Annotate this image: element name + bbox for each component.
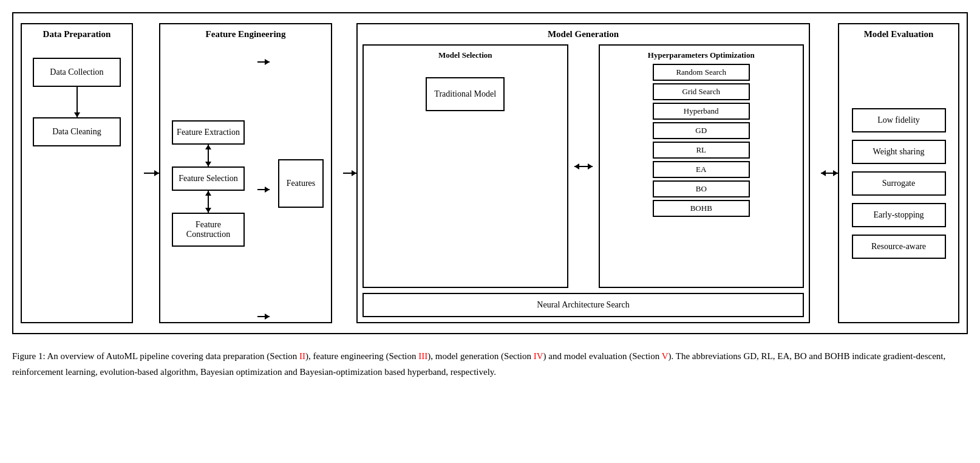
features-box: Features [278, 159, 324, 208]
caption-prefix: Figure 1: An overview of AutoML pipeline… [12, 351, 299, 361]
fe-left-col: Feature Extraction Feature Selection [168, 120, 249, 247]
caption: Figure 1: An overview of AutoML pipeline… [12, 349, 953, 380]
hyper-box-grid-search: Grid Search [653, 83, 750, 100]
arrow-dp-fe [144, 23, 159, 323]
diagram-container: Data Preparation Data Collection Data Cl… [12, 12, 968, 334]
model-evaluation-title: Model Evaluation [844, 29, 953, 39]
feature-extraction-label: Feature Extraction [177, 128, 240, 137]
data-cleaning-box: Data Cleaning [33, 117, 121, 146]
feature-selection-label: Feature Selection [179, 174, 238, 183]
model-evaluation-section: Model Evaluation Low fidelity Weight sha… [838, 23, 959, 323]
feature-engineering-title: Feature Engineering [168, 29, 324, 39]
eval-box-low-fidelity: Low fidelity [852, 108, 946, 132]
eval-box-surrogate: Surrogate [852, 171, 946, 196]
hyper-list: Random Search Grid Search Hyperband GD R [605, 64, 798, 217]
caption-ref3[interactable]: IV [534, 351, 543, 361]
caption-ref1[interactable]: II [299, 351, 305, 361]
arrow-sel-con [208, 191, 209, 213]
eval-list: Low fidelity Weight sharing Surrogate Ea… [844, 49, 953, 317]
eval-box-weight-sharing: Weight sharing [852, 140, 946, 164]
hyper-box-rl: RL [653, 142, 750, 159]
fe-content: Feature Extraction Feature Selection [168, 49, 324, 317]
mg-top-row: Model Selection Traditional Model Hyperp… [362, 44, 804, 288]
hyper-box-ea: EA [653, 161, 750, 178]
model-selection-section: Model Selection Traditional Model [362, 44, 568, 288]
arrow-dc-to-clean [77, 87, 78, 117]
features-label: Features [287, 179, 315, 188]
caption-ref4[interactable]: V [662, 351, 669, 361]
arrow-head-down1 [74, 112, 80, 117]
hyper-opt-section: Hyperparameters Optimization Random Sear… [599, 44, 805, 288]
hyper-box-random-search: Random Search [653, 64, 750, 81]
data-cleaning-label: Data Cleaning [52, 127, 101, 136]
feature-engineering-section: Feature Engineering Feature Extraction F… [159, 23, 332, 323]
nas-row: Neural Architecture Search [362, 293, 804, 317]
nas-content: Neural Architecture Search [362, 293, 804, 317]
model-generation-title: Model Generation [362, 29, 804, 39]
mg-content: Model Selection Traditional Model Hyperp… [362, 44, 804, 317]
arrow-fe-mg [343, 23, 356, 323]
caption-mid2: ), model generation (Section [427, 351, 534, 361]
data-preparation-title: Data Preparation [43, 29, 111, 39]
feature-extraction-box: Feature Extraction [172, 120, 245, 145]
eval-box-resource-aware: Resource-aware [852, 235, 946, 259]
feature-selection-box: Feature Selection [172, 166, 245, 191]
data-prep-content: Data Collection Data Cleaning [27, 58, 127, 146]
eval-box-early-stopping: Early-stopping [852, 203, 946, 227]
hyper-box-bohb: BOHB [653, 200, 750, 217]
arrow-ms-ho [574, 44, 593, 288]
data-collection-label: Data Collection [50, 67, 103, 77]
data-preparation-section: Data Preparation Data Collection Data Cl… [21, 23, 133, 323]
caption-mid3: ) and model evaluation (Section [543, 351, 662, 361]
nas-label: Neural Architecture Search [537, 300, 629, 309]
hyper-box-gd: GD [653, 122, 750, 139]
caption-ref2[interactable]: III [418, 351, 427, 361]
arrow-ext-sel [208, 145, 209, 166]
model-selection-title: Model Selection [438, 50, 492, 60]
hyper-box-hyperband: Hyperband [653, 103, 750, 120]
arrow-mg-me [821, 23, 838, 323]
model-generation-section: Model Generation Model Selection Traditi… [356, 23, 810, 323]
traditional-model-label: Traditional Model [434, 89, 496, 98]
hyper-opt-title: Hyperparameters Optimization [648, 50, 755, 60]
hyper-box-bo: BO [653, 180, 750, 197]
feature-construction-label: Feature Construction [186, 220, 230, 239]
feature-construction-box: Feature Construction [172, 213, 245, 247]
traditional-model-box: Traditional Model [426, 77, 505, 111]
data-collection-box: Data Collection [33, 58, 121, 87]
fe-arrows-mid [257, 49, 270, 317]
caption-mid1: ), feature engineering (Section [305, 351, 418, 361]
